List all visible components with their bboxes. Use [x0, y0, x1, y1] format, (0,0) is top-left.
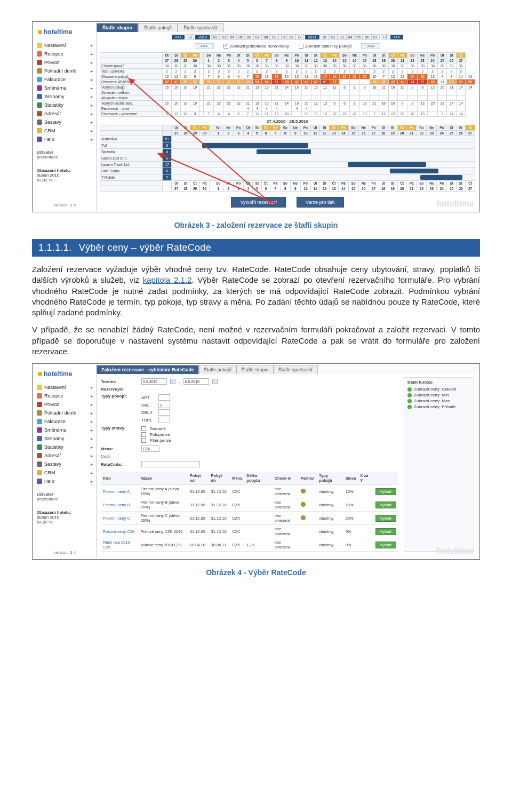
grid-cell[interactable]: 42	[388, 79, 397, 85]
grid-cell[interactable]: 50	[282, 79, 292, 85]
grid-cell[interactable]	[234, 106, 243, 112]
grid-cell[interactable]: 2	[292, 69, 302, 74]
grid-cell[interactable]: 30	[407, 63, 418, 69]
grid-cell[interactable]: 2	[359, 69, 370, 74]
sidebar-item-provoz[interactable]: Provoz▸	[36, 400, 94, 409]
grid-cell[interactable]: 16	[292, 101, 302, 106]
grid-cell[interactable]: 42	[162, 79, 171, 85]
sidebar-item-crm[interactable]: CRM▸	[36, 126, 94, 135]
grid-cell[interactable]: 30	[321, 63, 330, 69]
grid-cell[interactable]	[190, 95, 199, 101]
grid-cell[interactable]: 16	[172, 85, 181, 90]
grid-cell[interactable]: 2	[388, 69, 397, 74]
grid-cell[interactable]	[447, 95, 456, 101]
grid-cell[interactable]	[339, 95, 349, 101]
grid-cell[interactable]: 13	[311, 74, 320, 79]
grid-cell[interactable]: 30	[447, 63, 456, 69]
grid-cell[interactable]	[162, 95, 171, 101]
grid-cell[interactable]: 2	[181, 69, 190, 74]
grid-cell[interactable]: 9	[190, 112, 199, 117]
cell-kod[interactable]: Rack rate 2010 CZK	[101, 538, 139, 552]
grid-cell[interactable]: 10	[181, 112, 190, 117]
grid-cell[interactable]	[181, 106, 190, 112]
grid-cell[interactable]: 21	[214, 79, 224, 85]
grid-cell[interactable]	[243, 90, 252, 95]
grid-cell[interactable]: 21	[243, 101, 252, 106]
grid-cell[interactable]: 22	[330, 112, 339, 117]
grid-cell[interactable]: 17	[271, 74, 282, 79]
grid-cell[interactable]: 42	[397, 79, 407, 85]
grid-cell[interactable]	[370, 106, 379, 112]
grid-cell[interactable]: 11	[302, 74, 311, 79]
grid-cell[interactable]: 30	[262, 63, 271, 69]
scroll-right-arrow[interactable]: >>>	[390, 35, 403, 39]
month-cell[interactable]: 11	[287, 34, 295, 40]
grid-cell[interactable]: 61	[321, 79, 330, 85]
grid-cell[interactable]	[224, 106, 234, 112]
grid-cell[interactable]: 2	[339, 69, 349, 74]
grid-cell[interactable]	[214, 106, 224, 112]
grid-cell[interactable]: 2	[418, 69, 428, 74]
sidebar-item-adresář[interactable]: Adresář▸	[36, 109, 94, 118]
group-label[interactable]: Lazarin Travel Ltd.	[100, 162, 163, 168]
grid-cell[interactable]	[181, 95, 190, 101]
grid-cell[interactable]: 2	[407, 69, 418, 74]
grid-cell[interactable]	[428, 112, 438, 117]
grid-cell[interactable]	[234, 90, 243, 95]
grid-cell[interactable]: 30	[388, 63, 397, 69]
ratecode-input[interactable]	[141, 461, 200, 467]
grid-cell[interactable]: 15	[252, 74, 261, 79]
grid-cell[interactable]: 16	[388, 101, 397, 106]
grid-cell[interactable]: 30	[339, 63, 349, 69]
grid-cell[interactable]: 13	[262, 101, 271, 106]
grid-cell[interactable]: 42	[302, 79, 311, 85]
sidebar-item-recepce[interactable]: Recepce▸	[36, 50, 94, 58]
month-cell[interactable]: 07	[253, 34, 262, 40]
grid-cell[interactable]: 6	[339, 101, 349, 106]
grid-cell[interactable]: 22	[349, 112, 359, 117]
grid-cell[interactable]: 25	[447, 79, 456, 85]
grid-cell[interactable]: 14	[456, 85, 465, 90]
grid-cell[interactable]: 3	[214, 69, 224, 74]
grid-cell[interactable]: 2	[370, 69, 379, 74]
grid-cell[interactable]	[349, 90, 359, 95]
grid-cell[interactable]: 10	[181, 74, 190, 79]
grid-cell[interactable]: 30	[379, 63, 388, 69]
grid-cell[interactable]: 50	[466, 79, 475, 85]
grid-cell[interactable]: 2	[271, 69, 282, 74]
sidebar-item-recepce[interactable]: Recepce▸	[36, 392, 94, 400]
grid-cell[interactable]: 12	[388, 74, 397, 79]
checkbox-icon[interactable]	[141, 426, 146, 431]
grid-cell[interactable]: 8	[407, 101, 418, 106]
grid-cell[interactable]: 42	[172, 79, 181, 85]
grid-cell[interactable]: 8	[359, 85, 370, 90]
sidebar-item-statistiky[interactable]: Statistiky▸	[36, 101, 94, 109]
grid-cell[interactable]: 22	[339, 112, 349, 117]
grid-cell[interactable]	[330, 106, 339, 112]
grid-cell[interactable]: 25	[438, 85, 447, 90]
grid-cell[interactable]: 7	[438, 112, 447, 117]
grid-cell[interactable]	[349, 95, 359, 101]
grid-cell[interactable]: 16	[162, 85, 171, 90]
room-type-qty[interactable]	[158, 409, 170, 416]
grid-cell[interactable]	[204, 90, 214, 95]
grid-cell[interactable]: 13	[321, 101, 330, 106]
grid-cell[interactable]: 16	[172, 101, 181, 106]
grid-cell[interactable]	[200, 112, 204, 117]
grid-cell[interactable]: 30	[302, 63, 311, 69]
grid-cell[interactable]	[349, 106, 359, 112]
grid-cell[interactable]: 22	[214, 85, 224, 90]
side-function-item[interactable]: Zobrazit ceny: Max	[407, 398, 470, 404]
grid-cell[interactable]: 7	[379, 74, 388, 79]
grid-cell[interactable]	[379, 90, 388, 95]
grid-cell[interactable]	[418, 90, 428, 95]
sidebar-item-provoz[interactable]: Provoz▸	[36, 58, 94, 67]
month-cell[interactable]: 02	[211, 34, 220, 40]
grid-cell[interactable]: 13	[252, 85, 261, 90]
grid-cell[interactable]	[330, 90, 339, 95]
opt-roomstats[interactable]: Zobrazit statistiky pokojů	[299, 44, 352, 49]
sidebar-item-sestavy[interactable]: Sestavy▸	[36, 460, 94, 468]
grid-cell[interactable]: 6	[234, 74, 243, 79]
grid-cell[interactable]: 14	[456, 74, 465, 79]
month-cell[interactable]: 06	[363, 34, 371, 40]
